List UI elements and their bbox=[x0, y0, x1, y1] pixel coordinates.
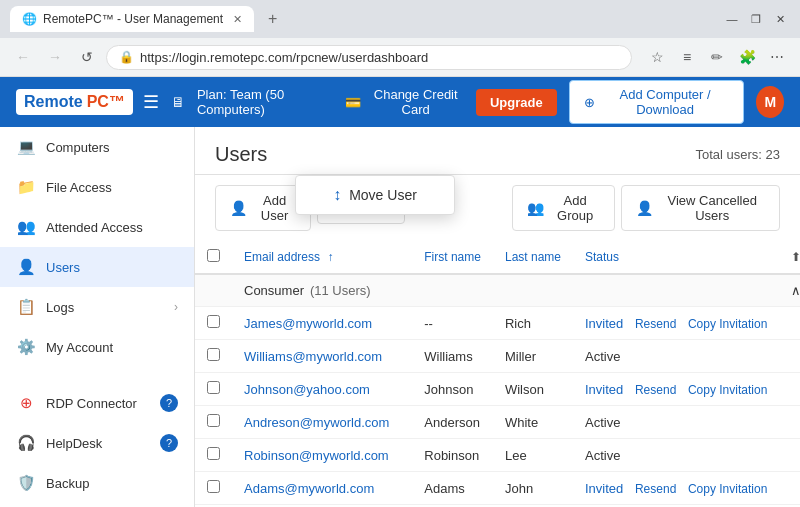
sidebar-item-attended-access[interactable]: 👥 Attended Access bbox=[0, 207, 194, 247]
rdp-badge[interactable]: ? bbox=[160, 394, 178, 412]
row-extra bbox=[779, 307, 800, 340]
resend-link[interactable]: Resend bbox=[635, 482, 676, 496]
edit-icon[interactable]: ✏ bbox=[704, 44, 730, 70]
tab-title: RemotePC™ - User Management bbox=[43, 12, 223, 26]
table-row: Andreson@myworld.com Anderson White Acti… bbox=[195, 406, 800, 439]
back-btn[interactable]: ← bbox=[10, 44, 36, 70]
credit-card-label: Change Credit Card bbox=[367, 87, 463, 117]
row-first-name: Robinson bbox=[412, 439, 493, 472]
add-group-label: Add Group bbox=[550, 193, 601, 223]
view-cancelled-label: View Cancelled Users bbox=[659, 193, 765, 223]
hamburger-icon[interactable]: ☰ bbox=[143, 91, 159, 113]
close-btn[interactable]: ✕ bbox=[770, 9, 790, 29]
row-checkbox[interactable] bbox=[207, 447, 220, 460]
th-status: Status bbox=[573, 241, 779, 274]
resend-link[interactable]: Resend bbox=[635, 383, 676, 397]
row-status-actions: Invited Resend Copy Invitation bbox=[573, 307, 779, 340]
row-email: Adams@myworld.com bbox=[232, 472, 412, 505]
copy-invitation-link[interactable]: Copy Invitation bbox=[688, 383, 767, 397]
move-user-popup-icon: ↕ bbox=[333, 186, 341, 204]
move-user-popup-overlay: ↕ Move User bbox=[295, 175, 455, 215]
sidebar-label-backup: Backup bbox=[46, 476, 178, 491]
app-container: 💻 Computers 📁 File Access 👥 Attended Acc… bbox=[0, 127, 800, 507]
bookmark-icon[interactable]: ☆ bbox=[644, 44, 670, 70]
row-first-name: Adams bbox=[412, 472, 493, 505]
add-user-label: Add User bbox=[253, 193, 296, 223]
row-extra bbox=[779, 439, 800, 472]
minimize-btn[interactable]: — bbox=[722, 9, 742, 29]
row-checkbox-cell bbox=[195, 439, 232, 472]
sidebar: 💻 Computers 📁 File Access 👥 Attended Acc… bbox=[0, 127, 195, 507]
forward-btn[interactable]: → bbox=[42, 44, 68, 70]
menu-icon[interactable]: ≡ bbox=[674, 44, 700, 70]
row-status-actions: Invited Resend Copy Invitation bbox=[573, 373, 779, 406]
resend-link[interactable]: Resend bbox=[635, 317, 676, 331]
sidebar-item-users[interactable]: 👤 Users bbox=[0, 247, 194, 287]
th-email[interactable]: Email address ↑ bbox=[232, 241, 412, 274]
sidebar-item-computers[interactable]: 💻 Computers bbox=[0, 127, 194, 167]
row-checkbox[interactable] bbox=[207, 348, 220, 361]
copy-invitation-link[interactable]: Copy Invitation bbox=[688, 317, 767, 331]
refresh-btn[interactable]: ↺ bbox=[74, 44, 100, 70]
extension-icon[interactable]: 🧩 bbox=[734, 44, 760, 70]
group-collapse-cell[interactable]: ∧ bbox=[779, 274, 800, 307]
add-group-icon: 👥 bbox=[527, 200, 544, 216]
row-checkbox[interactable] bbox=[207, 414, 220, 427]
select-all-checkbox[interactable] bbox=[207, 249, 220, 262]
row-checkbox[interactable] bbox=[207, 480, 220, 493]
row-status-actions: Active bbox=[573, 439, 779, 472]
row-checkbox[interactable] bbox=[207, 381, 220, 394]
browser-titlebar: 🌐 RemotePC™ - User Management ✕ + — ❐ ✕ bbox=[0, 0, 800, 38]
helpdesk-badge[interactable]: ? bbox=[160, 434, 178, 452]
row-email: Johnson@yahoo.com bbox=[232, 373, 412, 406]
page-title: Users bbox=[215, 143, 267, 166]
sidebar-item-helpdesk[interactable]: 🎧 HelpDesk ? bbox=[0, 423, 194, 463]
change-credit-card-btn[interactable]: 💳 Change Credit Card bbox=[345, 87, 463, 117]
browser-tab[interactable]: 🌐 RemotePC™ - User Management ✕ bbox=[10, 6, 254, 32]
upload-icon[interactable]: ⬆ bbox=[791, 250, 800, 264]
new-tab-btn[interactable]: + bbox=[262, 8, 283, 30]
row-checkbox[interactable] bbox=[207, 315, 220, 328]
row-checkbox-cell bbox=[195, 406, 232, 439]
browser-icons: ☆ ≡ ✏ 🧩 ⋯ bbox=[644, 44, 790, 70]
sidebar-item-file-access[interactable]: 📁 File Access bbox=[0, 167, 194, 207]
sidebar-item-meeting[interactable]: 📹 Meeting bbox=[0, 503, 194, 507]
sidebar-label-rdp: RDP Connector bbox=[46, 396, 150, 411]
sidebar-item-rdp-connector[interactable]: ⊕ RDP Connector ? bbox=[0, 383, 194, 423]
sidebar-label-file-access: File Access bbox=[46, 180, 178, 195]
plan-label: Plan: Team (50 Computers) bbox=[197, 87, 334, 117]
row-status-actions: Active bbox=[573, 340, 779, 373]
address-bar[interactable]: 🔒 https://login.remotepc.com/rpcnew/user… bbox=[106, 45, 632, 70]
copy-invitation-link[interactable]: Copy Invitation bbox=[688, 482, 767, 496]
add-computer-icon: ⊕ bbox=[584, 95, 595, 110]
row-email: Williams@myworld.com bbox=[232, 340, 412, 373]
plan-icon: 🖥 bbox=[171, 94, 185, 110]
credit-card-icon: 💳 bbox=[345, 95, 361, 110]
user-avatar[interactable]: M bbox=[756, 86, 784, 118]
move-user-popup: ↕ Move User bbox=[295, 175, 455, 215]
row-checkbox-cell bbox=[195, 340, 232, 373]
row-checkbox-cell bbox=[195, 307, 232, 340]
sidebar-item-backup[interactable]: 🛡️ Backup bbox=[0, 463, 194, 503]
sidebar-item-logs[interactable]: 📋 Logs › bbox=[0, 287, 194, 327]
content-header: Users Total users: 23 bbox=[195, 127, 800, 175]
table-row: Robinson@myworld.com Robinson Lee Active bbox=[195, 439, 800, 472]
row-first-name: Johnson bbox=[412, 373, 493, 406]
maximize-btn[interactable]: ❐ bbox=[746, 9, 766, 29]
view-cancelled-btn[interactable]: 👤 View Cancelled Users bbox=[621, 185, 780, 231]
row-last-name: White bbox=[493, 406, 573, 439]
add-computer-btn[interactable]: ⊕ Add Computer / Download bbox=[569, 80, 745, 124]
sidebar-item-my-account[interactable]: ⚙️ My Account bbox=[0, 327, 194, 367]
table-container: Email address ↑ First name Last name Sta… bbox=[195, 241, 800, 507]
window-controls: — ❐ ✕ bbox=[722, 9, 790, 29]
row-email: James@myworld.com bbox=[232, 307, 412, 340]
upgrade-btn[interactable]: Upgrade bbox=[476, 89, 557, 116]
url-text: https://login.remotepc.com/rpcnew/userda… bbox=[140, 50, 619, 65]
more-icon[interactable]: ⋯ bbox=[764, 44, 790, 70]
th-last-name: Last name bbox=[493, 241, 573, 274]
add-user-icon: 👤 bbox=[230, 200, 247, 216]
sort-icon: ↑ bbox=[327, 250, 333, 264]
file-access-icon: 📁 bbox=[16, 177, 36, 197]
tab-close-btn[interactable]: ✕ bbox=[233, 13, 242, 26]
add-group-btn[interactable]: 👥 Add Group bbox=[512, 185, 616, 231]
